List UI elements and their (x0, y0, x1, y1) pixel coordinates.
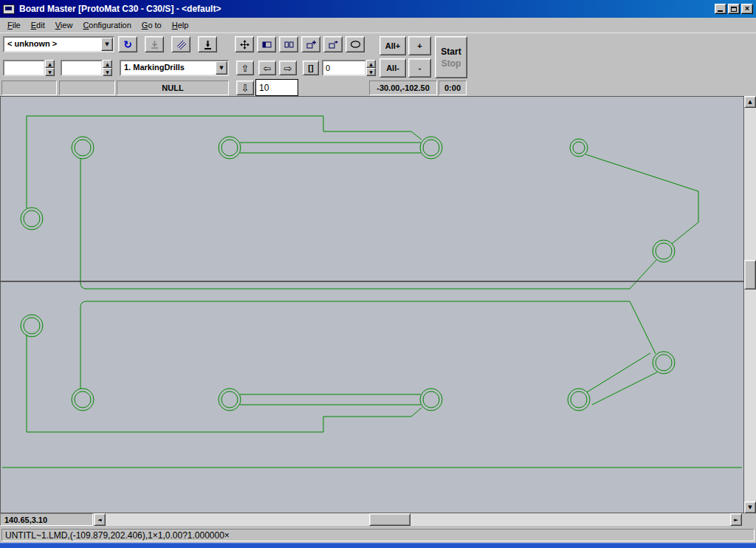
minimize-icon (718, 10, 723, 12)
spin-down-icon[interactable]: ▼ (45, 68, 55, 76)
minus-button[interactable]: - (408, 58, 431, 78)
pcb-canvas[interactable] (0, 96, 744, 513)
menu-edit[interactable]: Edit (27, 18, 51, 32)
send-to-machine-button[interactable] (145, 36, 164, 52)
cursor-position-display: 140.65,3.10 (0, 513, 93, 526)
time-display: 0:00 (439, 81, 467, 95)
board-add-button[interactable] (301, 36, 320, 52)
phase-combo[interactable]: < unknown > ▼ (3, 36, 114, 52)
status-cell-x (1, 81, 57, 95)
scroll-left-button[interactable]: ◄ (94, 513, 106, 526)
menu-go-to[interactable]: Go to (137, 18, 168, 32)
board-master-window: Board Master [ProtoMat C30 - C30/S] - <d… (0, 0, 756, 548)
vertical-scrollbar[interactable]: ▲ ▼ (744, 96, 756, 513)
menu-bar: File Edit View Configuration Go to Help (0, 18, 756, 32)
status-bar: UNTITL~1.LMD,(-109.879,202.406),1×1,0.00… (0, 527, 756, 543)
maximize-icon (731, 7, 737, 12)
spin-up-icon[interactable]: ▲ (366, 60, 376, 68)
minimize-button[interactable] (715, 4, 726, 14)
y-position-field[interactable] (61, 60, 103, 76)
close-button[interactable]: × (741, 4, 753, 14)
move-cross-icon (240, 40, 250, 49)
hatch-icon (176, 40, 186, 49)
pcb-svg (1, 97, 743, 513)
jog-up-button[interactable]: ⇧ (236, 61, 254, 75)
window-title: Board Master [ProtoMat C30 - C30/S] - <d… (19, 4, 221, 14)
jog-right-button[interactable]: ⇨ (279, 61, 297, 75)
horizontal-scroll-track[interactable] (106, 513, 730, 526)
spin-up-icon[interactable]: ▲ (45, 60, 55, 68)
lens-icon (350, 40, 361, 49)
taskbar-edge (0, 543, 756, 548)
spin-down-icon[interactable]: ▼ (103, 68, 112, 76)
menu-view[interactable]: View (51, 18, 79, 32)
pan-view-button[interactable] (235, 36, 254, 52)
maximize-button[interactable] (728, 4, 740, 14)
horizontal-scroll-thumb[interactable] (369, 513, 410, 526)
chevron-down-icon[interactable]: ▼ (216, 61, 227, 75)
title-bar: Board Master [ProtoMat C30 - C30/S] - <d… (0, 0, 756, 18)
plus-button[interactable]: + (408, 36, 431, 55)
position-display: -30.00,-102.50 (369, 81, 437, 95)
all-minus-button[interactable]: All- (379, 58, 406, 78)
refresh-icon: ↻ (123, 38, 132, 50)
step-field[interactable] (255, 79, 298, 96)
mill-head-button[interactable] (198, 36, 217, 52)
count-field[interactable] (322, 60, 366, 76)
stop-label[interactable]: Stop (441, 58, 461, 69)
count-spinner[interactable]: ▲ ▼ (366, 60, 376, 76)
tool-status-cell: NULL (117, 81, 229, 95)
scroll-down-button[interactable]: ▼ (744, 501, 756, 513)
file-info: UNTITL~1.LMD,(-109.879,202.406),1×1,0.00… (1, 529, 755, 541)
menu-help[interactable]: Help (168, 18, 195, 32)
menu-file[interactable]: File (3, 18, 27, 32)
bracket-button[interactable]: [] (303, 61, 319, 75)
drill-icon (203, 40, 213, 49)
y-position-spinner[interactable]: ▲ ▼ (103, 60, 112, 76)
scroll-up-button[interactable]: ▲ (744, 96, 756, 108)
phase-combo-value: < unknown > (4, 38, 101, 51)
x-position-spinner[interactable]: ▲ ▼ (45, 60, 55, 76)
board-duplicate-button[interactable] (279, 36, 298, 52)
start-stop-button[interactable]: Start Stop (435, 36, 467, 78)
tool-combo[interactable]: 1. MarkingDrills ▼ (120, 60, 229, 76)
board-origin-button[interactable] (257, 36, 276, 52)
board-half-icon (262, 40, 272, 49)
scroll-right-button[interactable]: ► (730, 513, 742, 526)
x-position-field[interactable] (3, 60, 45, 76)
menu-configuration[interactable]: Configuration (78, 18, 137, 32)
recalculate-button[interactable]: ↻ (118, 36, 137, 52)
board-arrow-icon (329, 40, 338, 49)
board-step-button[interactable] (323, 36, 343, 52)
toolbar: < unknown > ▼ ↻ (0, 32, 756, 96)
hatch-area-button[interactable] (171, 36, 190, 52)
download-icon (150, 40, 159, 49)
jog-down-button[interactable]: ⇩ (236, 81, 254, 95)
app-icon (3, 4, 15, 14)
start-label[interactable]: Start (441, 47, 461, 57)
tool-combo-value: 1. MarkingDrills (121, 61, 216, 75)
jog-left-button[interactable]: ⇦ (258, 61, 276, 75)
all-plus-button[interactable]: All+ (379, 36, 406, 55)
chevron-down-icon[interactable]: ▼ (101, 38, 113, 51)
two-boards-icon (284, 40, 294, 49)
spin-down-icon[interactable]: ▼ (366, 68, 376, 76)
measure-button[interactable] (346, 36, 365, 52)
close-icon: × (745, 4, 749, 13)
horizontal-scrollbar-row: 140.65,3.10 ◄ ► (0, 513, 756, 527)
board-plus-icon (306, 40, 316, 49)
spin-up-icon[interactable]: ▲ (103, 60, 112, 68)
vertical-scroll-thumb[interactable] (744, 260, 756, 290)
status-cell-y (59, 81, 115, 95)
